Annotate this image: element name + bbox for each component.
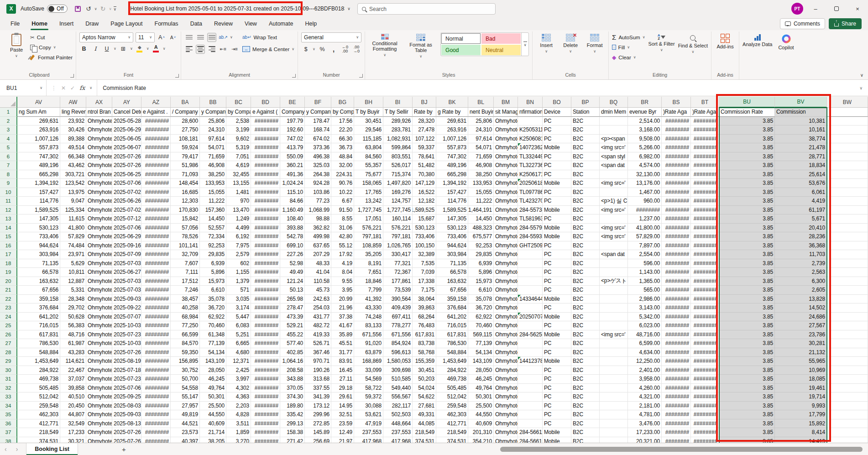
cell-AY16[interactable]: 2025-09-16 [112, 241, 141, 251]
cell-BW1[interactable] [827, 108, 868, 117]
column-header-BT[interactable]: BT [691, 97, 719, 108]
cell-AV3[interactable]: 263,916 [17, 126, 60, 135]
cell-BC31[interactable]: 3,997 [226, 375, 251, 384]
cell-BR17[interactable]: 2,554.00 [628, 250, 662, 259]
cell-BO30[interactable]: PC [543, 366, 571, 375]
cell-BG18[interactable]: 4.19 [331, 259, 354, 268]
cell-BC2[interactable]: 2,538 [226, 117, 251, 126]
cell-BB18[interactable]: 6,939 [200, 259, 226, 268]
delete-cells-button[interactable]: ✕ Delete∨ [560, 32, 581, 54]
cell-BB16[interactable]: 92,253 [200, 241, 226, 251]
cell-AX6[interactable]: Ohmyhote [86, 152, 112, 162]
cell-BP26[interactable]: B2C [571, 330, 600, 340]
cell-AY20[interactable]: 2025-07-03 [112, 277, 141, 286]
cell-BJ14[interactable]: 530,123 [413, 224, 436, 233]
cell-BG27[interactable]: 45.51 [331, 339, 354, 348]
cell-BG16[interactable]: 55.12 [331, 241, 354, 251]
cell-BJ5[interactable]: 59,337 [413, 143, 436, 152]
cell-BA10[interactable]: 16,685 [171, 188, 200, 197]
cell-BI11[interactable]: 124,757 [383, 197, 413, 206]
row-header-5[interactable]: 5 [0, 143, 17, 152]
cell-BE22[interactable]: 265.98 [280, 295, 305, 304]
cell-BF6[interactable]: 496.38 [305, 152, 331, 162]
cell-BW5[interactable] [827, 143, 868, 152]
cell-BK17[interactable]: 303,984 [436, 250, 468, 259]
cell-AW36[interactable]: 32,549 [60, 419, 86, 429]
cell-BB14[interactable]: 52,557 [200, 224, 226, 233]
cell-BG24[interactable]: 37.38 [331, 313, 354, 322]
cell-AX35[interactable]: Ohmyhote [86, 410, 112, 419]
cell-BS24[interactable]: ######## [662, 313, 691, 322]
cell-BC34[interactable]: 2,203 [226, 402, 251, 411]
cell-BU19[interactable]: 3.85 [719, 268, 775, 277]
cell-BC26[interactable]: 5,251 [226, 330, 251, 340]
cell-BT13[interactable]: ######## [691, 214, 719, 224]
cell-AW5[interactable]: 49,514 [60, 143, 86, 152]
cell-AY9[interactable]: 2025-07-06 [112, 179, 141, 188]
cell-BQ20[interactable]: <p>ゲスト [600, 277, 628, 286]
row-header-28[interactable]: 28 [0, 348, 17, 357]
row-header-30[interactable]: 30 [0, 366, 17, 375]
cell-BT31[interactable]: ######## [691, 375, 719, 384]
cell-AW21[interactable]: 5,331 [60, 286, 86, 295]
cell-BD8[interactable]: ######## [251, 170, 280, 179]
cell-BN32[interactable] [518, 384, 543, 393]
cell-AV2[interactable]: 269,631 [17, 117, 60, 126]
row-header-20[interactable]: 20 [0, 277, 17, 286]
cell-BB26[interactable]: 61,348 [200, 330, 226, 340]
cell-BV31[interactable]: 18,085 [775, 375, 827, 384]
cell-BW6[interactable] [827, 152, 868, 162]
tab-automate[interactable]: Automate [263, 17, 299, 30]
cell-BB37[interactable]: 21,714 [200, 428, 226, 437]
cell-BD4[interactable]: ######## [251, 135, 280, 144]
cell-BQ2[interactable] [600, 117, 628, 126]
cell-BB29[interactable]: 143,109 [200, 357, 226, 366]
cell-BP30[interactable]: B2C [571, 366, 600, 375]
cell-AY3[interactable]: 2025-06-29 [112, 126, 141, 135]
cell-AY23[interactable]: 2025-09-22 [112, 303, 141, 313]
cell-BE13[interactable]: 108.40 [280, 214, 305, 224]
cell-BE1[interactable]: Company / [280, 108, 305, 117]
cell-BW8[interactable] [827, 170, 868, 179]
cell-BG25[interactable]: 41.67 [331, 321, 354, 330]
align-left-button[interactable] [184, 45, 193, 54]
borders-button[interactable]: ⊞ [119, 44, 128, 53]
cell-BC6[interactable]: 7,051 [226, 152, 251, 162]
cell-BV12[interactable]: 61,197 [775, 206, 827, 215]
cell-BP10[interactable]: B2C [571, 188, 600, 197]
cell-BL1[interactable]: nent Buyin [468, 108, 494, 117]
number-format-select[interactable]: General∨ [301, 32, 361, 42]
cell-BH16[interactable]: 108,859 [354, 241, 383, 251]
enter-formula-icon[interactable]: ✓ [70, 85, 75, 91]
row-header-24[interactable]: 24 [0, 313, 17, 322]
cell-BI6[interactable]: 803,551 [383, 152, 413, 162]
cell-AZ27[interactable]: ######## [141, 339, 171, 348]
cell-AV6[interactable]: 747,302 [17, 152, 60, 162]
cell-AV31[interactable]: 469,738 [17, 375, 60, 384]
cell-BE25[interactable]: 529.21 [280, 321, 305, 330]
cell-AY31[interactable]: 2025-07-23 [112, 375, 141, 384]
cell-BK2[interactable]: 269,631 [436, 117, 468, 126]
cell-BJ29[interactable]: 155,359 [413, 357, 436, 366]
cell-BI23[interactable]: 409,439 [383, 303, 413, 313]
cell-BU5[interactable]: 3.85 [719, 143, 775, 152]
cell-BM26[interactable]: Ohmyhote [494, 330, 518, 340]
cell-BO19[interactable]: PC [543, 268, 571, 277]
search-input[interactable]: Search [357, 3, 496, 15]
orientation-chevron-icon[interactable]: ∨ [230, 35, 233, 39]
cell-BW37[interactable] [827, 428, 868, 437]
cell-BL31[interactable]: 46,245 [468, 375, 494, 384]
cell-BE9[interactable]: 1,024.24 [280, 179, 305, 188]
cell-BO22[interactable]: Mobile [543, 295, 571, 304]
cell-BD14[interactable]: ######## [251, 224, 280, 233]
middle-align-button[interactable] [196, 33, 205, 42]
cell-BI34[interactable]: 282,117 [383, 402, 413, 411]
cell-BD21[interactable]: ######## [251, 286, 280, 295]
cell-BK11[interactable]: 114,776 [436, 197, 468, 206]
cell-BA17[interactable]: 32,709 [171, 250, 200, 259]
cell-BB22[interactable]: 35,078 [200, 295, 226, 304]
cell-BD26[interactable]: ######## [251, 330, 280, 340]
font-dialog-launcher[interactable] [175, 74, 179, 78]
cell-BQ36[interactable] [600, 419, 628, 429]
cell-BF9[interactable]: 924.28 [305, 179, 331, 188]
